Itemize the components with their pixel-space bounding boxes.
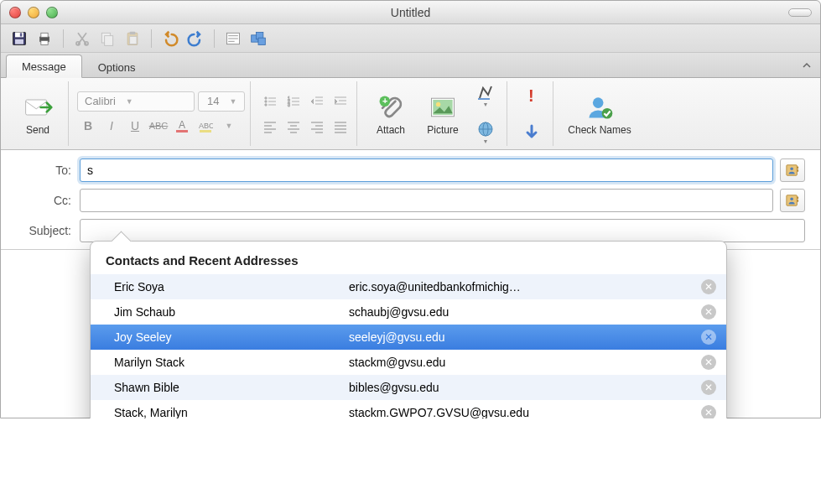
remove-contact-icon[interactable]: ✕	[701, 304, 716, 320]
cc-addressbook-button[interactable]	[780, 189, 805, 212]
picture-button[interactable]: Picture	[416, 82, 470, 146]
check-names-button[interactable]: Check Names	[562, 82, 637, 146]
font-name-select[interactable]: Calibri▼	[77, 91, 195, 112]
autocomplete-item[interactable]: Stack, Marilynstackm.GWPO7.GVSU@gvsu.edu…	[91, 400, 726, 418]
to-input[interactable]	[80, 158, 773, 182]
picture-label: Picture	[427, 124, 458, 136]
to-row: To:	[19, 158, 805, 182]
signature-button[interactable]: ▼	[470, 78, 501, 113]
names-group: Check Names	[557, 81, 642, 146]
svg-point-79	[790, 197, 793, 200]
svg-rect-10	[105, 35, 113, 45]
numbering-button[interactable]: 123	[283, 91, 304, 112]
arrange-windows-icon[interactable]	[248, 29, 268, 49]
tab-message[interactable]: Message	[6, 55, 82, 78]
remove-contact-icon[interactable]: ✕	[701, 279, 716, 294]
remove-contact-icon[interactable]: ✕	[701, 330, 716, 345]
svg-point-64	[436, 101, 440, 106]
tab-options[interactable]: Options	[82, 55, 152, 78]
cut-icon[interactable]	[72, 29, 92, 49]
strike-button[interactable]: ABC	[148, 115, 169, 137]
align-center-button[interactable]	[283, 116, 304, 138]
paste-icon[interactable]	[122, 29, 143, 49]
collapse-ribbon-button[interactable]	[798, 57, 815, 74]
autocomplete-item[interactable]: Shawn Biblebibles@gvsu.edu✕	[91, 375, 726, 400]
cc-row: Cc:	[19, 189, 805, 212]
svg-rect-23	[176, 130, 188, 132]
font-group: Calibri▼ 14▼ B I U ABC A ABC ▼	[72, 81, 251, 146]
autocomplete-header: Contacts and Recent Addresses	[91, 250, 726, 274]
hyperlink-button[interactable]: ▼	[470, 115, 501, 150]
italic-button[interactable]: I	[101, 115, 122, 137]
highlight-button[interactable]: ABC	[195, 115, 216, 137]
remove-contact-icon[interactable]: ✕	[701, 380, 716, 395]
svg-text:!: !	[528, 86, 534, 105]
align-right-button[interactable]	[306, 116, 328, 138]
autocomplete-popover: Contacts and Recent Addresses Eric Soyae…	[90, 241, 727, 418]
svg-rect-73	[797, 167, 798, 169]
header-fields: To: Cc: Subject: Contacts and Recent Add…	[1, 150, 820, 250]
svg-rect-25	[200, 130, 211, 132]
to-label: To:	[19, 164, 80, 177]
autocomplete-item[interactable]: Joy Seeleyseeleyj@gvsu.edu✕	[91, 325, 726, 350]
font-dd[interactable]: ▼	[218, 115, 240, 137]
svg-rect-20	[258, 38, 265, 44]
svg-rect-77	[797, 197, 798, 200]
autocomplete-item[interactable]: Jim Schaubschaubj@gvsu.edu✕	[91, 299, 726, 325]
subject-row: Subject:	[19, 219, 805, 242]
align-left-button[interactable]	[259, 116, 281, 138]
save-icon[interactable]	[9, 29, 29, 49]
paragraph-group: 123	[254, 81, 357, 146]
svg-rect-2	[20, 33, 23, 36]
contact-email: stackm@gvsu.edu	[349, 356, 701, 369]
autocomplete-list: Eric Soyaeric.soya@unitedbankofmichig…✕J…	[91, 274, 726, 418]
autocomplete-item[interactable]: Eric Soyaeric.soya@unitedbankofmichig…✕	[91, 274, 726, 299]
svg-text:ABC: ABC	[199, 122, 213, 130]
svg-text:+: +	[382, 96, 387, 106]
align-justify-button[interactable]	[330, 116, 351, 138]
compose-window: Untitled	[0, 0, 821, 418]
font-size-select[interactable]: 14▼	[198, 91, 245, 112]
bullets-button[interactable]	[259, 91, 281, 112]
low-priority-button[interactable]	[516, 115, 548, 150]
svg-point-28	[265, 100, 267, 101]
svg-rect-6	[41, 40, 48, 44]
print-icon[interactable]	[34, 29, 55, 49]
contact-email: eric.soya@unitedbankofmichig…	[349, 280, 701, 294]
contact-name: Jim Schaub	[114, 305, 349, 319]
ribbon: Send Calibri▼ 14▼ B I U ABC A A	[1, 78, 820, 150]
svg-point-30	[265, 103, 267, 105]
svg-text:3: 3	[288, 102, 290, 107]
to-addressbook-button[interactable]	[780, 158, 805, 182]
font-color-button[interactable]: A	[171, 115, 193, 137]
svg-rect-3	[15, 39, 23, 44]
autocomplete-item[interactable]: Marilyn Stackstackm@gvsu.edu✕	[91, 350, 726, 375]
undo-icon[interactable]	[160, 29, 180, 49]
priority-group: !	[511, 81, 553, 146]
contact-email: seeleyj@gvsu.edu	[349, 330, 701, 344]
contact-name: Shawn Bible	[114, 381, 349, 394]
svg-point-70	[593, 97, 604, 108]
send-button[interactable]: Send	[13, 82, 63, 146]
send-label: Send	[26, 124, 49, 136]
copy-icon[interactable]	[97, 29, 117, 49]
contact-name: Joy Seeley	[114, 330, 349, 344]
remove-contact-icon[interactable]: ✕	[701, 355, 716, 370]
form-icon[interactable]	[223, 29, 243, 49]
remove-contact-icon[interactable]: ✕	[701, 405, 716, 418]
indent-button[interactable]	[330, 91, 351, 112]
cc-input[interactable]	[80, 189, 773, 212]
bold-button[interactable]: B	[77, 115, 99, 137]
underline-button[interactable]: U	[124, 115, 146, 137]
redo-icon[interactable]	[185, 29, 205, 49]
check-names-label: Check Names	[568, 124, 631, 136]
contact-email: bibles@gvsu.edu	[349, 381, 701, 394]
subject-input[interactable]	[80, 219, 805, 242]
attach-button[interactable]: + Attach	[366, 82, 416, 146]
high-priority-button[interactable]: !	[516, 78, 548, 113]
svg-rect-74	[797, 169, 798, 172]
quick-access-toolbar	[1, 24, 820, 53]
outdent-button[interactable]	[306, 91, 328, 112]
svg-point-26	[265, 96, 267, 98]
window-title: Untitled	[1, 6, 820, 19]
